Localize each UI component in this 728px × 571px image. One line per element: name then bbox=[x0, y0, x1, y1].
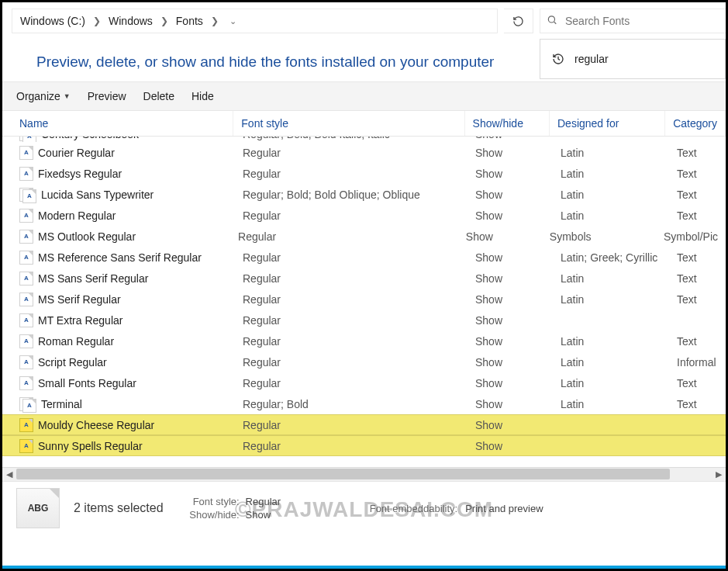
category-cell: Informal bbox=[669, 356, 726, 369]
search-icon bbox=[547, 15, 557, 28]
chevron-right-icon[interactable]: ❯ bbox=[206, 16, 223, 26]
font-icon: A bbox=[19, 272, 33, 286]
col-header-category[interactable]: Category bbox=[665, 111, 726, 136]
col-header-showhide[interactable]: Show/hide bbox=[465, 111, 550, 136]
font-name-cell: ASmall Fonts Regular bbox=[2, 376, 235, 390]
designed-cell: Latin bbox=[553, 398, 669, 410]
font-style-cell: Regular bbox=[230, 230, 458, 243]
designed-cell: Latin bbox=[553, 147, 669, 159]
category-cell: Text bbox=[669, 209, 726, 222]
breadcrumb-item[interactable]: Fonts bbox=[173, 13, 206, 29]
showhide-cell: Show bbox=[468, 335, 553, 348]
breadcrumb-item[interactable]: Windows (C:) bbox=[17, 13, 88, 29]
font-icon: A bbox=[19, 167, 33, 181]
category-cell: Text bbox=[669, 272, 726, 285]
category-cell: Text bbox=[669, 398, 726, 410]
table-row[interactable]: AScript RegularRegularShowLatinInformal bbox=[2, 351, 726, 372]
table-row[interactable]: AMS Outlook RegularRegularShowSymbolsSym… bbox=[2, 226, 726, 247]
showhide-cell: Show bbox=[468, 209, 553, 222]
font-style-cell: Regular bbox=[235, 168, 468, 180]
col-header-name[interactable]: Name bbox=[2, 111, 233, 136]
history-icon bbox=[551, 52, 565, 66]
designed-cell: Latin bbox=[553, 168, 669, 180]
col-header-designed[interactable]: Designed for bbox=[550, 111, 665, 136]
designed-cell: Latin bbox=[553, 356, 669, 369]
scroll-thumb[interactable] bbox=[16, 469, 670, 479]
bottom-accent bbox=[2, 566, 726, 569]
showhide-cell: Show bbox=[468, 137, 553, 140]
designed-cell: Latin bbox=[553, 293, 669, 306]
organize-menu[interactable]: Organize ▼ bbox=[16, 90, 71, 102]
font-style-cell: Regular bbox=[235, 335, 468, 348]
showhide-cell: Show bbox=[468, 356, 553, 369]
horizontal-scrollbar[interactable]: ◀ ▶ bbox=[2, 467, 726, 481]
table-row[interactable]: ACourier RegularRegularShowLatinText bbox=[2, 142, 726, 163]
table-row[interactable]: AFixedsys RegularRegularShowLatinText bbox=[2, 163, 726, 184]
font-style-cell: Regular bbox=[235, 377, 468, 389]
delete-button[interactable]: Delete bbox=[143, 90, 174, 102]
refresh-icon bbox=[512, 16, 524, 27]
table-row[interactable]: AMS Serif RegularRegularShowLatinText bbox=[2, 289, 726, 310]
font-style-cell: Regular; Bold; Bold Oblique; Oblique bbox=[235, 189, 468, 201]
font-name-cell: AACentury Schoolbook bbox=[2, 137, 235, 141]
designed-cell: Latin bbox=[553, 377, 669, 389]
table-row[interactable]: AMouldy Cheese RegularRegularShow bbox=[2, 414, 726, 435]
font-icon: A bbox=[19, 146, 33, 160]
breadcrumb[interactable]: Windows (C:) ❯ Windows ❯ Fonts ❯ ⌄ bbox=[12, 9, 498, 33]
category-cell: Text bbox=[669, 147, 726, 159]
search-input[interactable] bbox=[540, 9, 726, 33]
font-name: MS Outlook Regular bbox=[38, 230, 136, 243]
font-icon: A bbox=[19, 418, 33, 432]
col-header-style[interactable]: Font style bbox=[233, 111, 464, 136]
font-name: Small Fonts Regular bbox=[38, 377, 136, 389]
chevron-right-icon[interactable]: ❯ bbox=[156, 16, 173, 26]
preview-button[interactable]: Preview bbox=[88, 90, 126, 102]
font-icon: A bbox=[19, 230, 33, 244]
font-preview-thumb: ABG bbox=[16, 488, 60, 528]
font-name: Mouldy Cheese Regular bbox=[38, 419, 154, 431]
font-name: Roman Regular bbox=[38, 335, 114, 348]
caret-down-icon: ▼ bbox=[64, 92, 71, 100]
breadcrumb-item[interactable]: Windows bbox=[105, 13, 156, 29]
font-name: Lucida Sans Typewriter bbox=[41, 189, 154, 201]
font-name: Terminal bbox=[41, 398, 82, 410]
showhide-cell: Show bbox=[468, 189, 553, 201]
chevron-down-icon[interactable]: ⌄ bbox=[223, 16, 243, 26]
designed-cell: Latin bbox=[553, 272, 669, 285]
table-row[interactable]: AMT Extra RegularRegularShow bbox=[2, 310, 726, 330]
toolbar: Organize ▼ Preview Delete Hide bbox=[2, 81, 726, 111]
table-row[interactable]: AACentury SchoolbookRegular; Bold; Bold … bbox=[2, 137, 726, 142]
font-icon: A bbox=[19, 376, 33, 390]
chevron-right-icon[interactable]: ❯ bbox=[88, 16, 105, 26]
scroll-track[interactable] bbox=[16, 468, 712, 481]
font-icon: A bbox=[19, 439, 33, 453]
showhide-cell: Show bbox=[458, 230, 542, 243]
svg-line-1 bbox=[554, 22, 557, 24]
showhide-cell: Show bbox=[468, 314, 553, 327]
showhide-cell: Show bbox=[468, 398, 553, 410]
table-row[interactable]: ASmall Fonts RegularRegularShowLatinText bbox=[2, 372, 726, 393]
table-row[interactable]: ARoman RegularRegularShowLatinText bbox=[2, 330, 726, 351]
hide-button[interactable]: Hide bbox=[191, 90, 214, 102]
scroll-left-icon[interactable]: ◀ bbox=[2, 468, 16, 482]
table-row[interactable]: AATerminalRegular; BoldShowLatinText bbox=[2, 393, 726, 414]
details-meta-2: Font embeddability:Print and preview bbox=[357, 503, 543, 514]
showhide-cell: Show bbox=[468, 147, 553, 159]
search-history-item[interactable]: regular bbox=[540, 47, 725, 71]
font-icon: AA bbox=[19, 137, 36, 141]
font-icon: A bbox=[19, 251, 33, 265]
table-row[interactable]: AALucida Sans TypewriterRegular; Bold; B… bbox=[2, 184, 726, 205]
table-row[interactable]: AMS Sans Serif RegularRegularShowLatinTe… bbox=[2, 268, 726, 289]
svg-point-0 bbox=[548, 16, 554, 22]
search-history-dropdown: regular bbox=[540, 39, 726, 79]
refresh-button[interactable] bbox=[504, 9, 533, 33]
font-name-cell: ACourier Regular bbox=[2, 146, 235, 160]
font-name-cell: AATerminal bbox=[2, 397, 235, 411]
scroll-right-icon[interactable]: ▶ bbox=[712, 468, 726, 482]
category-cell: Text bbox=[669, 377, 726, 389]
font-name-cell: AALucida Sans Typewriter bbox=[2, 188, 235, 202]
designed-cell: Latin bbox=[553, 335, 669, 348]
table-row[interactable]: AMS Reference Sans Serif RegularRegularS… bbox=[2, 247, 726, 268]
table-row[interactable]: ASunny Spells RegularRegularShow bbox=[2, 435, 726, 456]
table-row[interactable]: AModern RegularRegularShowLatinText bbox=[2, 205, 726, 226]
